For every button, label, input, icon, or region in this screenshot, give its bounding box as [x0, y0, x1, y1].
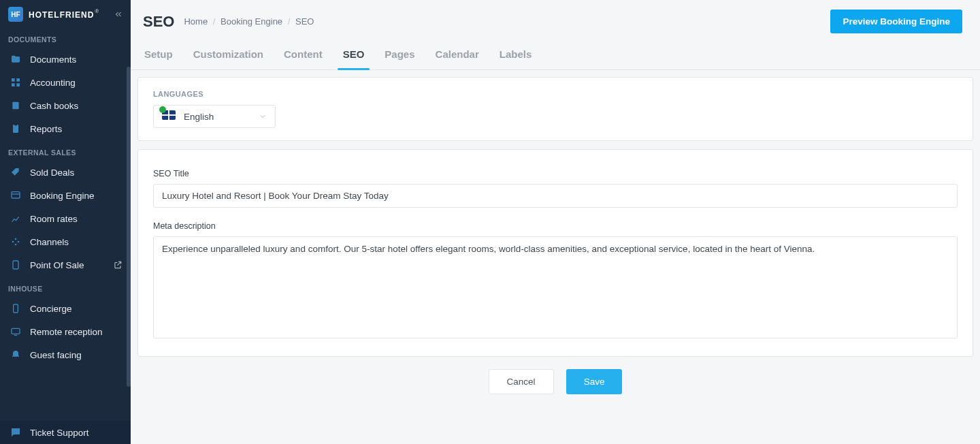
- page-title: SEO: [143, 13, 174, 31]
- tabs: Setup Customization Content SEO Pages Ca…: [131, 33, 980, 70]
- language-selected: English: [184, 112, 214, 122]
- tab-labels[interactable]: Labels: [498, 43, 534, 69]
- chevron-down-icon: [259, 112, 267, 121]
- form-actions: Cancel Save: [137, 365, 973, 397]
- sidebar-item-cash-books[interactable]: Cash books: [0, 94, 131, 117]
- svg-rect-0: [12, 78, 15, 82]
- svg-rect-1: [16, 78, 20, 82]
- svg-point-8: [12, 241, 14, 243]
- languages-label: LANGUAGES: [153, 90, 958, 98]
- meta-description-label: Meta description: [153, 221, 958, 231]
- breadcrumb-current: SEO: [295, 16, 314, 27]
- svg-rect-6: [12, 192, 20, 198]
- svg-rect-13: [14, 304, 18, 313]
- sidebar-item-label: Guest facing: [30, 350, 82, 360]
- section-title-external-sales: EXTERNAL SALES: [0, 140, 131, 161]
- external-link-icon: [113, 260, 122, 270]
- sidebar-item-label: Channels: [30, 237, 69, 247]
- sidebar-item-accounting[interactable]: Accounting: [0, 71, 131, 94]
- sidebar-item-label: Sold Deals: [30, 168, 74, 178]
- chat-icon: [10, 426, 22, 439]
- sidebar: HF HOTELFRIEND® DOCUMENTS Documents Acco…: [0, 0, 131, 444]
- sidebar-item-documents[interactable]: Documents: [0, 48, 131, 71]
- content: LANGUAGES English SEO Title: [131, 70, 980, 411]
- sidebar-item-guest-facing[interactable]: Guest facing: [0, 343, 131, 366]
- section-title-documents: DOCUMENTS: [0, 27, 131, 48]
- svg-rect-2: [12, 83, 15, 86]
- sidebar-item-label: Booking Engine: [30, 191, 95, 201]
- svg-rect-4: [13, 125, 18, 133]
- sidebar-item-remote-reception[interactable]: Remote reception: [0, 320, 131, 343]
- meta-description-textarea[interactable]: [153, 236, 958, 338]
- svg-rect-3: [16, 83, 20, 86]
- tab-calendar[interactable]: Calendar: [434, 43, 480, 69]
- tag-icon: [10, 166, 22, 178]
- svg-point-11: [18, 241, 20, 243]
- sidebar-item-label: Reports: [30, 124, 62, 134]
- sidebar-nav: DOCUMENTS Documents Accounting Cash book…: [0, 27, 131, 421]
- tab-setup[interactable]: Setup: [143, 43, 174, 69]
- section-title-inhouse: INHOUSE: [0, 276, 131, 297]
- clipboard-icon: [10, 123, 22, 135]
- sidebar-item-channels[interactable]: Channels: [0, 230, 131, 253]
- folder-icon: [10, 53, 22, 65]
- sidebar-item-ticket-support[interactable]: Ticket Support: [0, 421, 131, 444]
- svg-rect-5: [14, 124, 17, 126]
- sidebar-item-label: Concierge: [30, 304, 72, 314]
- tab-customization[interactable]: Customization: [192, 43, 265, 69]
- svg-rect-14: [12, 328, 20, 334]
- sidebar-item-label: Documents: [30, 54, 76, 65]
- sidebar-item-reports[interactable]: Reports: [0, 117, 131, 140]
- sidebar-item-room-rates[interactable]: Room rates: [0, 207, 131, 230]
- preview-booking-engine-button[interactable]: Preview Booking Engine: [830, 10, 962, 33]
- collapse-sidebar-button[interactable]: [114, 10, 122, 18]
- sidebar-item-label: Ticket Support: [30, 428, 89, 438]
- svg-point-9: [15, 238, 17, 240]
- topbar: SEO Home / Booking Engine / SEO Preview …: [131, 0, 980, 33]
- logo: HF HOTELFRIEND®: [0, 0, 131, 27]
- languages-card: LANGUAGES English: [137, 77, 973, 141]
- tab-seo[interactable]: SEO: [342, 43, 366, 69]
- svg-point-10: [15, 244, 17, 246]
- seo-form-card: SEO Title Meta description: [137, 149, 973, 357]
- breadcrumb: Home / Booking Engine / SEO: [184, 16, 314, 27]
- browser-icon: [10, 189, 22, 202]
- check-icon: [159, 106, 166, 113]
- tab-pages[interactable]: Pages: [383, 43, 416, 69]
- monitor-icon: [10, 326, 22, 338]
- sidebar-item-label: Point Of Sale: [30, 260, 84, 270]
- cancel-button[interactable]: Cancel: [489, 369, 554, 394]
- book-icon: [10, 99, 22, 112]
- sidebar-item-concierge[interactable]: Concierge: [0, 297, 131, 320]
- save-button[interactable]: Save: [566, 369, 623, 394]
- tab-content[interactable]: Content: [282, 43, 324, 69]
- seo-title-input[interactable]: [153, 184, 958, 208]
- logo-mark: HF: [8, 7, 23, 22]
- main: SEO Home / Booking Engine / SEO Preview …: [131, 0, 980, 444]
- dots-icon: [10, 236, 22, 248]
- seo-title-label: SEO Title: [153, 169, 958, 178]
- phone-icon: [10, 302, 22, 315]
- svg-rect-12: [13, 261, 18, 269]
- logo-text: HOTELFRIEND®: [29, 8, 99, 20]
- sidebar-item-label: Remote reception: [30, 327, 103, 337]
- sidebar-item-label: Accounting: [30, 78, 76, 88]
- breadcrumb-home[interactable]: Home: [184, 16, 208, 27]
- device-icon: [10, 259, 22, 271]
- sidebar-item-label: Room rates: [30, 214, 78, 224]
- chart-icon: [10, 212, 22, 225]
- sidebar-item-sold-deals[interactable]: Sold Deals: [0, 161, 131, 184]
- sidebar-item-point-of-sale[interactable]: Point Of Sale: [0, 253, 131, 276]
- language-select[interactable]: English: [153, 105, 276, 128]
- sidebar-item-label: Cash books: [30, 101, 78, 111]
- grid-icon: [10, 76, 22, 89]
- breadcrumb-booking-engine[interactable]: Booking Engine: [220, 16, 282, 27]
- sidebar-item-booking-engine[interactable]: Booking Engine: [0, 184, 131, 207]
- bell-icon: [10, 349, 22, 361]
